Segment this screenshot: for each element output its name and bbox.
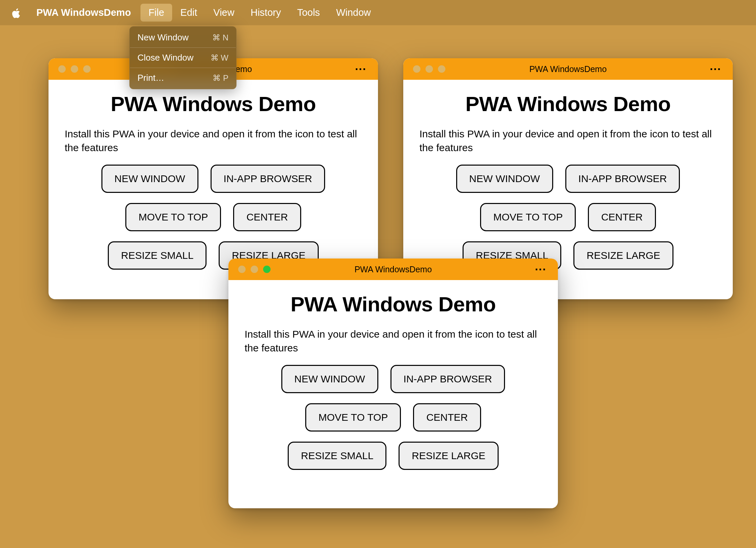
menubar: PWA WindowsDemo File Edit View History T… <box>0 0 756 25</box>
minimize-icon[interactable] <box>71 65 78 73</box>
file-menu-dropdown: New Window ⌘ N Close Window ⌘ W Print… ⌘… <box>129 26 237 89</box>
menubar-item-tools[interactable]: Tools <box>289 4 328 22</box>
menubar-item-view[interactable]: View <box>205 4 242 22</box>
menubar-app-name[interactable]: PWA WindowsDemo <box>30 4 138 22</box>
page-description: Install this PWA in your device and open… <box>65 127 362 155</box>
menu-item-label: New Window <box>137 32 189 43</box>
minimize-icon[interactable] <box>251 266 258 273</box>
menu-item-shortcut: ⌘ N <box>212 33 228 42</box>
window-content: PWA Windows Demo Install this PWA in you… <box>403 80 733 282</box>
minimize-icon[interactable] <box>426 65 433 73</box>
new-window-button[interactable]: NEW WINDOW <box>281 365 378 393</box>
move-to-top-button[interactable]: MOVE TO TOP <box>125 203 221 231</box>
close-icon[interactable] <box>413 65 420 73</box>
in-app-browser-button[interactable]: IN-APP BROWSER <box>565 165 680 193</box>
in-app-browser-button[interactable]: IN-APP BROWSER <box>390 365 505 393</box>
window-title: PWA WindowsDemo <box>529 64 607 74</box>
maximize-icon[interactable] <box>438 65 445 73</box>
move-to-top-button[interactable]: MOVE TO TOP <box>480 203 576 231</box>
new-window-button[interactable]: NEW WINDOW <box>101 165 198 193</box>
close-icon[interactable] <box>238 266 246 273</box>
move-to-top-button[interactable]: MOVE TO TOP <box>305 403 401 432</box>
menu-item-close-window[interactable]: Close Window ⌘ W <box>129 49 237 66</box>
page-title: PWA Windows Demo <box>65 92 362 116</box>
center-button[interactable]: CENTER <box>588 203 656 231</box>
page-title: PWA Windows Demo <box>245 292 542 316</box>
traffic-lights <box>413 65 445 73</box>
resize-large-button[interactable]: RESIZE LARGE <box>573 241 673 270</box>
button-grid: NEW WINDOW IN-APP BROWSER MOVE TO TOP CE… <box>65 165 362 270</box>
traffic-lights <box>238 266 271 273</box>
close-icon[interactable] <box>58 65 66 73</box>
center-button[interactable]: CENTER <box>413 403 481 432</box>
window-titlebar[interactable]: PWA WindowsDemo ··· <box>403 58 733 80</box>
menu-item-label: Close Window <box>137 53 193 63</box>
resize-small-button[interactable]: RESIZE SMALL <box>108 241 207 270</box>
menubar-item-file[interactable]: File <box>140 4 172 22</box>
menu-item-shortcut: ⌘ W <box>211 53 228 63</box>
window-content: PWA Windows Demo Install this PWA in you… <box>49 80 378 282</box>
page-description: Install this PWA in your device and open… <box>245 328 542 355</box>
button-grid: NEW WINDOW IN-APP BROWSER MOVE TO TOP CE… <box>245 365 542 470</box>
window-content: PWA Windows Demo Install this PWA in you… <box>228 280 558 482</box>
center-button[interactable]: CENTER <box>233 203 301 231</box>
maximize-icon[interactable] <box>83 65 91 73</box>
window-title: PWA WindowsDemo <box>354 265 432 274</box>
in-app-browser-button[interactable]: IN-APP BROWSER <box>211 165 325 193</box>
button-grid: NEW WINDOW IN-APP BROWSER MOVE TO TOP CE… <box>419 165 717 270</box>
menubar-item-edit[interactable]: Edit <box>172 4 205 22</box>
menu-item-print[interactable]: Print… ⌘ P <box>129 69 237 87</box>
app-window-front[interactable]: PWA WindowsDemo ··· PWA Windows Demo Ins… <box>228 259 558 508</box>
menubar-item-history[interactable]: History <box>243 4 289 22</box>
page-description: Install this PWA in your device and open… <box>419 127 717 155</box>
page-title: PWA Windows Demo <box>419 92 717 116</box>
apple-logo-icon[interactable] <box>9 6 23 20</box>
menu-item-new-window[interactable]: New Window ⌘ N <box>129 29 237 46</box>
menubar-item-window[interactable]: Window <box>328 4 379 22</box>
new-window-button[interactable]: NEW WINDOW <box>456 165 553 193</box>
window-titlebar[interactable]: PWA WindowsDemo ··· <box>228 259 558 280</box>
maximize-icon[interactable] <box>263 266 271 273</box>
menu-divider <box>130 47 236 48</box>
menu-item-label: Print… <box>137 73 164 83</box>
menu-divider <box>130 68 236 68</box>
traffic-lights <box>58 65 91 73</box>
resize-small-button[interactable]: RESIZE SMALL <box>288 442 386 470</box>
menu-item-shortcut: ⌘ P <box>213 73 228 83</box>
resize-large-button[interactable]: RESIZE LARGE <box>399 442 498 470</box>
